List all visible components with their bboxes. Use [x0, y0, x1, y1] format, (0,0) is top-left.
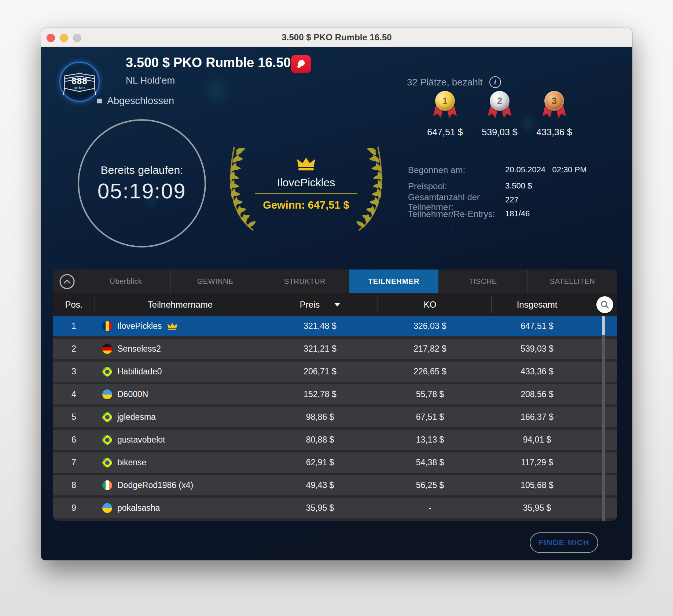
medal-amount: 647,51 $: [416, 127, 474, 138]
888poker-logo: 888 poker: [59, 62, 100, 102]
row-identity: DodgeRod1986 (x4): [102, 475, 193, 495]
sort-arrow-icon[interactable]: [334, 303, 340, 307]
lobby-content: 888 poker 3.500 $ PKO Rumble 16.50 NL Ho…: [41, 47, 632, 560]
participant-row[interactable]: 4D6000N152,78 $55,78 $208,56 $: [53, 384, 617, 404]
flag-brazil-icon: [102, 458, 112, 467]
row-player-name: pokalsasha: [117, 503, 160, 513]
row-ko-value: 67,51 $: [375, 407, 485, 427]
collapse-panel-button[interactable]: [53, 270, 81, 293]
flag-ukraine-icon: [102, 389, 112, 399]
row-preis-value: 321,48 $: [265, 316, 375, 336]
tournament-window: 3.500 $ PKO Rumble 16.50 888 poker 3.500…: [41, 28, 632, 560]
info-value: 181/46: [505, 209, 530, 219]
table-scrollbar[interactable]: [602, 316, 605, 521]
participant-row[interactable]: 8DodgeRod1986 (x4)49,43 $56,25 $105,68 $: [53, 475, 617, 495]
pko-bounty-badge: [291, 55, 311, 73]
row-position: 3: [53, 362, 95, 382]
participant-row[interactable]: 3Habilidade0206,71 $226,65 $433,36 $: [53, 362, 617, 382]
tab-satelliten[interactable]: SATELLITEN: [527, 270, 617, 293]
row-position: 7: [53, 452, 95, 473]
search-icon: [600, 300, 610, 309]
participant-row[interactable]: 6gustavobelot80,88 $13,13 $94,01 $: [53, 430, 617, 450]
row-identity: jgledesma: [102, 407, 156, 427]
tab-label: TEILNEHMER: [368, 277, 420, 286]
places-paid-label: 32 Plätze, bezahlt: [407, 77, 483, 88]
close-button[interactable]: [47, 34, 55, 42]
participant-row[interactable]: 2Senseless2321,21 $217,82 $539,03 $: [53, 339, 617, 359]
row-ko-value: 56,25 $: [375, 475, 485, 495]
column-header-preis[interactable]: Preis: [265, 293, 375, 316]
tab-struktur[interactable]: STRUKTUR: [260, 270, 349, 293]
row-preis-value: 98,86 $: [265, 407, 375, 427]
tab-label: TISCHE: [469, 277, 497, 286]
search-button[interactable]: [596, 296, 613, 313]
row-identity: D6000N: [102, 384, 148, 404]
tab-bar-tabs: ÜberblickGEWINNESTRUKTURTEILNEHMERTISCHE…: [81, 270, 617, 293]
info-icon[interactable]: i: [489, 76, 501, 88]
tab-gewinne[interactable]: GEWINNE: [170, 270, 260, 293]
info-label: Teilnehmer/Re-Entrys:: [408, 209, 501, 219]
scrollbar-thumb[interactable]: [602, 316, 605, 335]
minimize-button[interactable]: [60, 34, 68, 42]
row-identity: Senseless2: [102, 339, 161, 359]
row-ko-value: 13,13 $: [375, 430, 485, 450]
zoom-button[interactable]: [73, 34, 81, 42]
row-player-name: DodgeRod1986 (x4): [117, 480, 193, 490]
row-player-name: gustavobelot: [117, 435, 165, 445]
tab-überblick[interactable]: Überblick: [81, 270, 170, 293]
row-preis-value: 321,21 $: [265, 339, 375, 359]
row-preis-value: 80,88 $: [265, 430, 375, 450]
row-player-name: D6000N: [117, 389, 148, 399]
tab-tische[interactable]: TISCHE: [438, 270, 527, 293]
row-identity: Habilidade0: [102, 362, 162, 382]
participant-row[interactable]: 7bikense62,91 $54,38 $117,29 $: [53, 452, 617, 473]
row-preis-value: 35,95 $: [265, 498, 375, 518]
tournament-title: 3.500 $ PKO Rumble 16.50: [126, 55, 291, 70]
participant-row[interactable]: 9pokalsasha35,95 $-35,95 $: [53, 498, 617, 518]
row-insgesamt-value: 539,03 $: [482, 339, 592, 359]
flag-ukraine-icon: [102, 503, 112, 513]
tab-teilnehmer[interactable]: TEILNEHMER: [349, 270, 438, 293]
flag-ireland-icon: [102, 480, 112, 490]
find-me-label: FINDE MICH: [538, 538, 589, 547]
row-identity: bikense: [102, 452, 146, 473]
laurel-branch-icon: [222, 143, 258, 235]
elapsed-timer-circle: Bereits gelaufen: 05:19:09: [78, 119, 206, 247]
flag-germany-icon: [102, 344, 112, 354]
winner-name: IlovePickles: [222, 176, 390, 189]
participants-table-body: 1IlovePickles321,48 $326,03 $647,51 $2Se…: [53, 316, 617, 521]
row-insgesamt-value: 647,51 $: [482, 316, 592, 336]
medal-rank-number: 2: [497, 96, 502, 106]
participant-row[interactable]: 5jgledesma98,86 $67,51 $166,37 $: [53, 407, 617, 427]
row-insgesamt-value: 35,95 $: [482, 498, 592, 518]
row-player-name: Senseless2: [117, 344, 161, 354]
chevron-up-circle-icon: [59, 274, 75, 290]
row-ko-value: 217,82 $: [375, 339, 485, 359]
info-label: Begonnen am:: [408, 165, 501, 175]
row-position: 4: [53, 384, 95, 404]
medal-rank-1: 1647,51 $: [416, 91, 474, 138]
column-header-preis-label: Preis: [300, 300, 320, 310]
row-player-name: Habilidade0: [117, 367, 162, 377]
table-header: Pos. Teilnehmername Preis KO Insgesamt: [53, 293, 617, 316]
crown-icon: [295, 156, 317, 171]
row-preis-value: 49,43 $: [265, 475, 375, 495]
participant-row[interactable]: 1IlovePickles321,48 $326,03 $647,51 $: [53, 316, 617, 336]
tab-label: GEWINNE: [197, 277, 233, 286]
flag-romania-icon: [102, 321, 112, 331]
tab-label: SATELLITEN: [550, 277, 595, 286]
status-label: Abgeschlossen: [107, 95, 174, 107]
laurel-branch-icon: [354, 143, 390, 235]
info-value: 227: [505, 195, 519, 205]
medal-coin-icon: 3: [544, 91, 564, 111]
row-preis-value: 152,78 $: [265, 384, 375, 404]
row-position: 6: [53, 430, 95, 450]
flag-brazil-icon: [102, 435, 112, 445]
row-player-name: jgledesma: [117, 412, 156, 422]
info-value: 3.500 $: [505, 181, 532, 191]
window-title: 3.500 $ PKO Rumble 16.50: [282, 32, 391, 43]
info-row: Begonnen am:20.05.2024 02:30 PM: [408, 165, 613, 175]
winner-wreath: IlovePickles Gewinn: 647,51 $: [222, 141, 390, 244]
find-me-button[interactable]: FINDE MICH: [530, 532, 598, 553]
row-player-name: IlovePickles: [117, 321, 162, 331]
